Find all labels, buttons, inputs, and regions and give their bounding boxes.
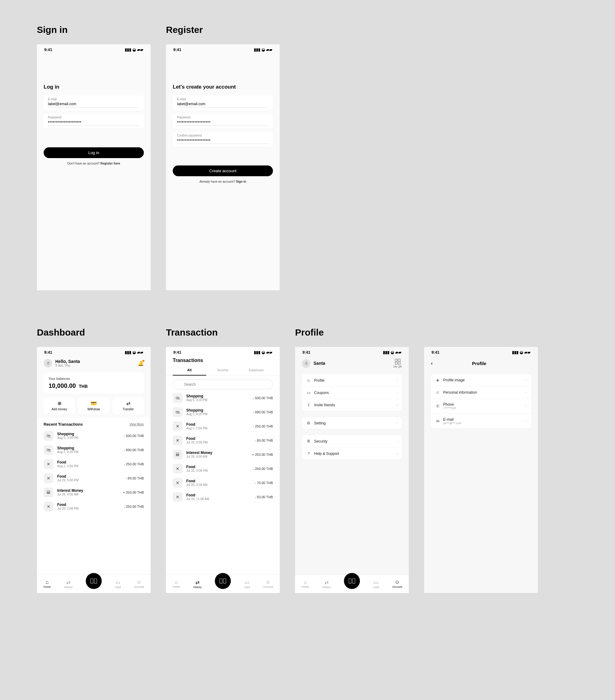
menu-item-sublabel: sa***@***.com bbox=[443, 422, 461, 425]
tab-income[interactable]: Income bbox=[206, 366, 240, 376]
menu-item-coupons[interactable]: ▭Coupons› bbox=[302, 386, 402, 399]
section-title-dashboard: Dashboard bbox=[37, 327, 151, 338]
email-input[interactable] bbox=[48, 101, 140, 108]
nav-scan[interactable]: ⌷⌷ bbox=[86, 573, 102, 589]
status-indicators: ▮▮▮ ◒ ▰▰ bbox=[125, 350, 143, 354]
login-heading: Log in bbox=[44, 84, 144, 90]
nav-history[interactable]: ⇄History bbox=[193, 579, 202, 589]
email-input[interactable] bbox=[177, 101, 269, 108]
tab-expenses[interactable]: Expenses bbox=[240, 366, 273, 376]
transaction-row[interactable]: 🏛Interest MoneyJul 28, 4:00 AM+ 203.00 T… bbox=[44, 487, 144, 497]
transfer-button[interactable]: ⇄ Transfer bbox=[113, 397, 144, 414]
my-qr-label: My QR bbox=[394, 365, 402, 368]
menu-item-setting[interactable]: ⚙Setting› bbox=[302, 417, 402, 429]
profile-detail-title: Profile bbox=[433, 361, 526, 366]
transaction-row[interactable]: ✕FoodJul 20, 8:35 AM- 70.00 THB bbox=[173, 478, 273, 488]
transaction-amount: - 50.00 THB bbox=[255, 495, 273, 499]
nav-card-label: Card bbox=[244, 586, 250, 589]
create-account-button[interactable]: Create account bbox=[173, 165, 273, 176]
notifications-icon[interactable]: 🔔 bbox=[138, 361, 144, 366]
history-icon: ⇄ bbox=[66, 579, 71, 585]
section-title-register: Register bbox=[166, 25, 280, 35]
bag-icon: 🛍 bbox=[44, 445, 53, 455]
menu-item-security[interactable]: ⛨Security› bbox=[302, 435, 402, 447]
transaction-row[interactable]: 🏛Interest MoneyJul 28, 4:00 AM+ 203.00 T… bbox=[173, 450, 273, 460]
menu-item-personal-information[interactable]: ☺Personal information› bbox=[431, 386, 531, 398]
signin-link[interactable]: Sign in bbox=[236, 180, 246, 183]
nav-card[interactable]: ▭Card bbox=[115, 579, 121, 589]
transaction-row[interactable]: 🛍ShoppingAug 2, 4:20 PM- 890.00 THB bbox=[173, 407, 273, 417]
my-qr-button[interactable]: My QR bbox=[394, 359, 402, 368]
nav-home[interactable]: ⌂Home bbox=[172, 579, 180, 588]
home-icon: ⌂ bbox=[304, 579, 307, 585]
nav-account[interactable]: ☺Account bbox=[263, 579, 273, 588]
confirm-password-input[interactable] bbox=[177, 137, 269, 144]
transaction-title: Shopping bbox=[186, 409, 207, 412]
tab-all[interactable]: All bbox=[173, 366, 206, 376]
menu-item-invite-friends[interactable]: ⇪Invite friends› bbox=[302, 399, 402, 411]
withdraw-button[interactable]: 💳 Withdraw bbox=[78, 397, 110, 414]
nav-account[interactable]: ☺Account bbox=[392, 579, 402, 588]
avatar[interactable]: ☃︎ bbox=[302, 359, 310, 368]
menu-item-label: Invite friends bbox=[314, 403, 335, 407]
nav-home[interactable]: ⌂Home bbox=[43, 579, 51, 588]
status-time: 9:41 bbox=[432, 350, 439, 354]
password-label: Password bbox=[177, 116, 269, 119]
user-icon: ☺ bbox=[306, 378, 311, 383]
transaction-row[interactable]: ✕FoodAug 2, 2:04 PM- 250.00 THB bbox=[44, 459, 144, 469]
avatar[interactable]: ☃︎ bbox=[44, 359, 52, 367]
transactions-title: Transactions bbox=[166, 356, 280, 366]
menu-item-profile[interactable]: ☺Profile› bbox=[302, 374, 402, 386]
transaction-row[interactable]: ✕FoodAug 2, 2:04 PM- 250.00 THB bbox=[173, 421, 273, 431]
transaction-row[interactable]: ✕FoodJul 20, 2:08 PM- 250.00 THB bbox=[173, 464, 273, 474]
transaction-title: Shopping bbox=[57, 446, 78, 450]
search-input[interactable] bbox=[173, 379, 273, 389]
profile-screen: 9:41 ▮▮▮ ◒ ▰▰ ☃︎ Santa My QR ☺Profile›▭C… bbox=[295, 347, 409, 593]
status-indicators: ▮▮▮ ◒ ▰▰ bbox=[254, 47, 272, 52]
menu-item-phone[interactable]: ✆Phone+******223› bbox=[431, 398, 531, 413]
transaction-date: Jul 28, 4:00 AM bbox=[57, 493, 83, 496]
menu-item-profile-image[interactable]: ◈Profile image› bbox=[431, 374, 531, 386]
scan-icon: ⌷⌷ bbox=[90, 577, 98, 584]
profile-detail-screen: 9:41 ▮▮▮ ◒ ▰▰ ‹ Profile ◈Profile image›☺… bbox=[424, 347, 538, 593]
profile-name: Santa bbox=[313, 361, 325, 366]
nav-history[interactable]: ⇄History bbox=[322, 579, 331, 589]
transaction-row[interactable]: ✕FoodJul 29, 5:00 PM- 89.00 THB bbox=[173, 436, 273, 445]
signin-link-pre: Already have an account? bbox=[200, 180, 236, 183]
nav-card[interactable]: ▭Card bbox=[373, 579, 379, 589]
bank-icon: 🏛 bbox=[173, 450, 182, 460]
nav-card[interactable]: ▭Card bbox=[244, 579, 250, 589]
menu-item-e-mail[interactable]: ✉E-mailsa***@***.com› bbox=[431, 413, 531, 428]
transaction-title: Food bbox=[186, 437, 207, 441]
help-icon: ? bbox=[306, 451, 311, 456]
transaction-amount: - 70.00 THB bbox=[255, 481, 273, 485]
gear-icon: ⚙ bbox=[306, 421, 311, 425]
password-input[interactable] bbox=[48, 119, 140, 126]
transaction-date: Jul 20, 2:08 PM bbox=[57, 507, 78, 510]
menu-item-help-&-support[interactable]: ?Help & Support› bbox=[302, 447, 402, 460]
nav-home[interactable]: ⌂Home bbox=[302, 579, 309, 588]
status-time: 9:41 bbox=[44, 350, 52, 354]
status-bar: 9:41 ▮▮▮ ◒ ▰▰ bbox=[295, 347, 409, 356]
transaction-row[interactable]: ✕FoodJul 29, 5:00 PM- 89.00 THB bbox=[44, 473, 144, 483]
nav-account[interactable]: ☺Account bbox=[134, 579, 144, 588]
signal-icon: ▮▮▮ bbox=[125, 350, 131, 354]
transaction-row[interactable]: 🛍ShoppingAug 5, 3:20 PM- 500.00 THB bbox=[173, 393, 273, 403]
nav-scan[interactable]: ⌷⌷ bbox=[215, 573, 231, 589]
view-more-link[interactable]: View More bbox=[129, 423, 144, 426]
mail-icon: ✉ bbox=[435, 419, 440, 424]
chevron-right-icon: › bbox=[526, 378, 527, 382]
login-button[interactable]: Log in bbox=[44, 147, 144, 158]
add-money-button[interactable]: ⊕ Add money bbox=[44, 397, 75, 414]
transaction-row[interactable]: 🛍ShoppingAug 2, 4:20 PM- 890.00 THB bbox=[44, 445, 144, 455]
transaction-date: Aug 5, 3:20 PM bbox=[57, 436, 78, 439]
transaction-row[interactable]: ✕FoodJul 20, 2:08 PM- 250.00 THB bbox=[44, 502, 144, 511]
transaction-row[interactable]: ✕FoodJul 19, 11:06 AM- 50.00 THB bbox=[173, 492, 273, 502]
password-input[interactable] bbox=[177, 119, 269, 126]
nav-scan[interactable]: ⌷⌷ bbox=[344, 573, 360, 589]
transaction-row[interactable]: 🛍ShoppingAug 5, 3:20 PM- 500.00 THB bbox=[44, 431, 144, 441]
register-link[interactable]: Register here bbox=[101, 162, 120, 165]
history-icon: ⇄ bbox=[324, 579, 329, 585]
food-icon: ✕ bbox=[44, 502, 53, 511]
nav-history[interactable]: ⇄History bbox=[64, 579, 73, 589]
